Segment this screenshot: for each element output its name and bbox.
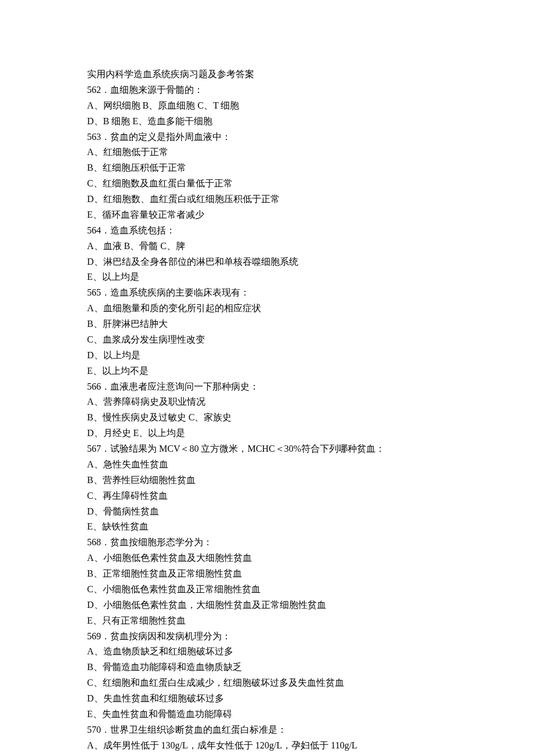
question-option-line: C、红细胞和血红蛋白生成减少，红细胞破坏过多及失血性贫血 bbox=[87, 675, 447, 691]
question-stem: 566．血液患者应注意询问一下那种病史： bbox=[87, 379, 447, 395]
question-stem: 569．贫血按病因和发病机理分为： bbox=[87, 629, 447, 645]
question-option-line: B、骨髓造血功能障碍和造血物质缺乏 bbox=[87, 660, 447, 675]
question-stem: 562．血细胞来源于骨髓的： bbox=[87, 82, 447, 98]
question-option-line: A、血细胞量和质的变化所引起的相应症状 bbox=[87, 301, 447, 316]
question-option-line: A、血液 B、骨髓 C、脾 bbox=[87, 239, 447, 254]
question-option-line: E、以上均不是 bbox=[87, 363, 447, 379]
question-stem: 567．试验结果为 MCV＜80 立方微米，MCHC＜30%符合下列哪种贫血： bbox=[87, 441, 447, 457]
question-option-line: D、月经史 E、以上均是 bbox=[87, 426, 447, 441]
question-option-line: B、营养性巨幼细胞性贫血 bbox=[87, 473, 447, 488]
question-option-line: A、小细胞低色素性贫血及大细胞性贫血 bbox=[87, 550, 447, 566]
question-option-line: D、失血性贫血和红细胞破坏过多 bbox=[87, 691, 447, 707]
question-stem: 564．造血系统包括： bbox=[87, 223, 447, 239]
question-option-line: A、网织细胞 B、原血细胞 C、T 细胞 bbox=[87, 98, 447, 114]
question-option-line: C、血浆成分发生病理性改变 bbox=[87, 332, 447, 348]
question-option-line: C、小细胞低色素性贫血及正常细胞性贫血 bbox=[87, 582, 447, 597]
question-stem: 563．贫血的定义是指外周血液中： bbox=[87, 129, 447, 145]
question-option-line: D、红细胞数、血红蛋白或红细胞压积低于正常 bbox=[87, 192, 447, 207]
question-option-line: A、红细胞低于正常 bbox=[87, 145, 447, 160]
question-option-line: C、再生障碍性贫血 bbox=[87, 488, 447, 504]
question-option-line: E、以上均是 bbox=[87, 269, 447, 285]
question-option-line: B、慢性疾病史及过敏史 C、家族史 bbox=[87, 410, 447, 426]
question-option-line: D、以上均是 bbox=[87, 348, 447, 363]
question-option-line: E、循环血容量较正常者减少 bbox=[87, 207, 447, 223]
question-option-line: B、正常细胞性贫血及正常细胞性贫血 bbox=[87, 566, 447, 582]
question-option-line: B、红细胞压积低于正常 bbox=[87, 160, 447, 176]
question-option-line: E、失血性贫血和骨髓造血功能障碍 bbox=[87, 707, 447, 722]
question-option-line: A、成年男性低于 130g/L，成年女性低于 120g/L，孕妇低于 110g/… bbox=[87, 738, 447, 754]
question-list: 562．血细胞来源于骨髓的：A、网织细胞 B、原血细胞 C、T 细胞D、B 细胞… bbox=[87, 82, 447, 754]
question-option-line: A、造血物质缺乏和红细胞破坏过多 bbox=[87, 644, 447, 660]
question-stem: 565．造血系统疾病的主要临床表现有： bbox=[87, 285, 447, 301]
question-option-line: E、缺铁性贫血 bbox=[87, 519, 447, 535]
question-stem: 570．世界卫生组织诊断贫血的血红蛋白标准是： bbox=[87, 722, 447, 738]
document-title: 实用内科学造血系统疾病习题及参考答案 bbox=[87, 67, 447, 82]
question-option-line: A、营养障碍病史及职业情况 bbox=[87, 394, 447, 410]
question-option-line: C、红细胞数及血红蛋白量低于正常 bbox=[87, 176, 447, 192]
question-option-line: A、急性失血性贫血 bbox=[87, 457, 447, 473]
question-option-line: D、骨髓病性贫血 bbox=[87, 504, 447, 520]
question-option-line: D、小细胞低色素性贫血，大细胞性贫血及正常细胞性贫血 bbox=[87, 597, 447, 613]
question-option-line: B、肝脾淋巴结肿大 bbox=[87, 316, 447, 332]
question-option-line: D、淋巴结及全身各部位的淋巴和单核吞噬细胞系统 bbox=[87, 254, 447, 270]
question-stem: 568．贫血按细胞形态学分为： bbox=[87, 535, 447, 550]
question-option-line: E、只有正常细胞性贫血 bbox=[87, 613, 447, 629]
document-body: 实用内科学造血系统疾病习题及参考答案 562．血细胞来源于骨髓的：A、网织细胞 … bbox=[87, 67, 447, 754]
question-option-line: D、B 细胞 E、造血多能干细胞 bbox=[87, 114, 447, 129]
